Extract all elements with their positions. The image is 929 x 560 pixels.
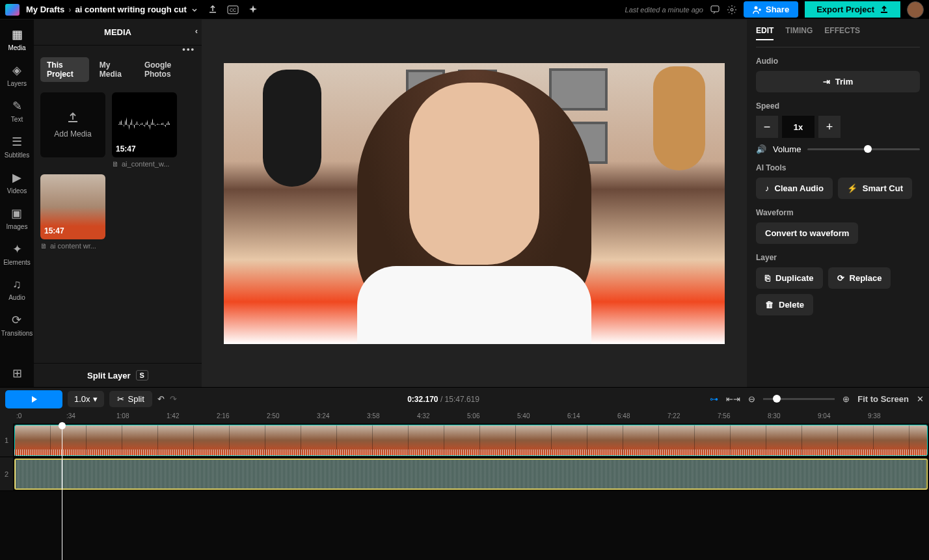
rail-apps[interactable]: ⊞ xyxy=(12,366,22,380)
tab-timing[interactable]: TIMING xyxy=(785,26,813,40)
rail-subtitles[interactable]: ☰Subtitles xyxy=(5,135,29,159)
svg-text:CC: CC xyxy=(230,8,236,12)
volume-label: Volume xyxy=(773,144,801,154)
transitions-icon: ⟳ xyxy=(12,313,21,327)
ruler-tick: 4:32 xyxy=(417,412,429,420)
upload-icon[interactable] xyxy=(208,5,218,15)
section-waveform: Waveform xyxy=(756,208,920,217)
clean-audio-button[interactable]: ♪Clean Audio xyxy=(756,178,833,199)
section-ai-tools: AI Tools xyxy=(756,163,920,172)
ruler-tick: 8:30 xyxy=(768,412,780,420)
smart-cut-icon: ⚡ xyxy=(847,183,857,193)
section-layer: Layer xyxy=(756,253,920,262)
track-row: 1 xyxy=(0,423,929,457)
clip-waveform xyxy=(16,460,926,488)
split-button[interactable]: ✂Split xyxy=(109,391,152,407)
elements-icon: ✦ xyxy=(12,242,22,256)
last-edited-text: Last edited a minute ago xyxy=(625,6,703,14)
top-bar: My Drafts › ai content writing rough cut… xyxy=(0,0,929,20)
add-media-card[interactable]: Add Media xyxy=(40,92,105,168)
smart-cut-button[interactable]: ⚡Smart Cut xyxy=(838,178,912,199)
rail-text[interactable]: ✎Text xyxy=(11,99,23,123)
ruler-tick: 9:04 xyxy=(818,412,830,420)
time-display: 0:32.170 / 15:47.619 xyxy=(407,395,479,404)
breadcrumb-root[interactable]: My Drafts xyxy=(26,5,64,14)
audio-clip[interactable] xyxy=(14,459,928,490)
user-avatar[interactable] xyxy=(907,1,924,18)
fit-to-screen-button[interactable]: Fit to Screen xyxy=(857,394,909,404)
tab-this-project[interactable]: This Project xyxy=(40,57,89,82)
rail-audio[interactable]: ♫Audio xyxy=(8,278,25,301)
more-options-icon[interactable]: ••• xyxy=(182,44,195,54)
split-layer-bar[interactable]: Split Layer S xyxy=(34,363,202,387)
zoom-out-icon[interactable]: ⊖ xyxy=(748,394,755,404)
zoom-in-icon[interactable]: ⊕ xyxy=(842,394,850,404)
share-label: Share xyxy=(766,5,789,14)
timeline-toolbar: 1.0x▾ ✂Split ↶ ↷ 0:32.170 / 15:47.619 ⊶ … xyxy=(0,387,929,410)
replace-icon: ⟳ xyxy=(837,273,844,283)
video-clip[interactable] xyxy=(14,425,928,456)
collapse-panel-icon[interactable]: ‹ xyxy=(195,26,198,36)
replace-button[interactable]: ⟳Replace xyxy=(828,267,891,289)
section-audio: Audio xyxy=(756,57,920,66)
rail-videos[interactable]: ▶Videos xyxy=(7,170,27,194)
canvas-area[interactable] xyxy=(202,20,747,387)
app-logo[interactable] xyxy=(5,4,20,16)
rail-images[interactable]: ▣Images xyxy=(7,206,28,230)
convert-waveform-button[interactable]: Convert to waveform xyxy=(756,222,858,244)
speed-value[interactable]: 1x xyxy=(782,116,815,138)
media-panel: MEDIA ‹ ••• This Project My Media Google… xyxy=(34,20,202,387)
scissors-icon: ✂ xyxy=(117,394,124,404)
ruler-tick: 1:42 xyxy=(167,412,179,420)
rail-elements[interactable]: ✦Elements xyxy=(3,242,31,266)
tab-edit[interactable]: EDIT xyxy=(756,26,774,40)
playhead[interactable] xyxy=(62,423,62,560)
ruler-tick: 3:58 xyxy=(367,412,379,420)
tab-effects[interactable]: EFFECTS xyxy=(824,26,860,40)
skip-icon[interactable]: ⇤⇥ xyxy=(726,394,740,404)
apps-icon: ⊞ xyxy=(12,366,22,380)
rail-transitions[interactable]: ⟳Transitions xyxy=(1,313,33,337)
chevron-right-icon: › xyxy=(68,5,71,14)
speed-decrease-button[interactable]: − xyxy=(756,116,778,138)
chevron-down-icon[interactable] xyxy=(191,6,198,14)
volume-slider[interactable] xyxy=(807,148,920,150)
zoom-slider[interactable] xyxy=(763,398,835,400)
tab-my-media[interactable]: My Media xyxy=(93,57,134,82)
timeline[interactable]: :0:341:081:422:162:503:243:584:325:065:4… xyxy=(0,410,929,560)
media-item-audio[interactable]: 15:47 🗎ai_content_w... xyxy=(112,92,177,168)
ruler-tick: 1:08 xyxy=(116,412,129,420)
rail-media[interactable]: ▦Media xyxy=(8,27,25,51)
gear-icon[interactable] xyxy=(727,5,737,15)
duration-badge: 15:47 xyxy=(116,144,136,153)
closed-caption-icon[interactable]: CC xyxy=(227,5,239,14)
redo-button[interactable]: ↷ xyxy=(170,394,177,404)
media-tabs: This Project My Media Google Photos xyxy=(34,46,202,87)
speed-increase-button[interactable]: + xyxy=(818,116,841,138)
trim-button[interactable]: ⇥ Trim xyxy=(756,71,920,92)
export-project-button[interactable]: Export Project xyxy=(805,1,900,18)
comment-icon[interactable] xyxy=(710,5,720,15)
delete-button[interactable]: 🗑Delete xyxy=(756,294,813,315)
rail-layers[interactable]: ◈Layers xyxy=(7,63,27,87)
svg-point-3 xyxy=(731,8,733,11)
ruler-tick: :34 xyxy=(66,412,75,420)
volume-icon[interactable]: 🔊 xyxy=(756,144,766,154)
play-button[interactable] xyxy=(5,390,62,408)
tab-google-photos[interactable]: Google Photos xyxy=(138,57,195,82)
export-label: Export Project xyxy=(816,5,874,14)
magnet-icon[interactable]: ⊶ xyxy=(710,394,718,404)
duplicate-button[interactable]: ⎘Duplicate xyxy=(756,267,823,289)
media-item-video[interactable]: 15:47 🗎ai content wr... xyxy=(40,174,105,250)
share-button[interactable]: Share xyxy=(744,1,798,18)
duration-badge: 15:47 xyxy=(44,226,64,235)
undo-button[interactable]: ↶ xyxy=(157,394,165,404)
breadcrumb-project[interactable]: ai content writing rough cut xyxy=(75,5,187,14)
ruler-tick: 7:22 xyxy=(667,412,680,420)
media-icon: ▦ xyxy=(12,27,23,42)
close-icon[interactable]: ✕ xyxy=(917,394,924,404)
playback-speed-select[interactable]: 1.0x▾ xyxy=(68,391,104,407)
timeline-ruler[interactable]: :0:341:081:422:162:503:243:584:325:065:4… xyxy=(0,410,929,423)
sparkle-icon[interactable] xyxy=(248,5,258,15)
track-row: 2 xyxy=(0,457,929,491)
